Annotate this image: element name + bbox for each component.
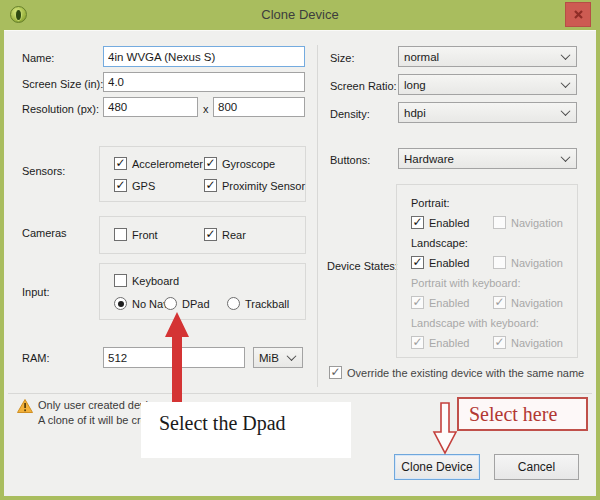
density-combo[interactable]: hdpi (398, 102, 577, 123)
override-label: Override the existing device with the sa… (347, 367, 584, 379)
density-value: hdpi (404, 107, 426, 119)
portrait-enabled-checkbox[interactable] (411, 216, 424, 229)
ram-label: RAM: (22, 352, 50, 364)
portrait-keyboard-title: Portrait with keyboard: (411, 277, 520, 289)
cameras-label: Cameras (22, 227, 67, 239)
dpad-label: DPad (182, 298, 210, 310)
cameras-groupbox: Front Rear (99, 216, 306, 254)
sensor-gyroscope[interactable]: Gyroscope (204, 157, 275, 170)
buttons-value: Hardware (404, 153, 454, 165)
chevron-down-icon (561, 106, 571, 116)
chevron-down-icon (561, 152, 571, 162)
device-states-label: Device States: (327, 260, 398, 272)
accelerometer-checkbox[interactable] (114, 157, 127, 170)
keyboard-option[interactable]: Keyboard (114, 274, 179, 287)
portrait-navigation-label: Navigation (511, 217, 563, 229)
override-option[interactable]: Override the existing device with the sa… (329, 366, 584, 379)
landscape-enabled[interactable]: Enabled (411, 256, 469, 269)
size-value: normal (404, 51, 439, 63)
portrait-enabled-label: Enabled (429, 217, 469, 229)
device-states-groupbox: Portrait: Enabled Navigation Landscape: … (396, 184, 578, 358)
proximity-sensor-checkbox[interactable] (204, 179, 217, 192)
close-button[interactable] (565, 2, 591, 27)
portrait-enabled[interactable]: Enabled (411, 216, 469, 229)
chevron-down-icon (561, 78, 571, 88)
landscape-enabled-label: Enabled (429, 257, 469, 269)
gps-label: GPS (132, 180, 155, 192)
screen-size-input[interactable] (103, 72, 305, 92)
camera-rear[interactable]: Rear (204, 228, 246, 241)
title-bar: Clone Device (0, 0, 600, 30)
sensors-label: Sensors: (22, 165, 65, 177)
ram-unit-combo[interactable]: MiB (253, 347, 303, 368)
override-checkbox[interactable] (329, 366, 342, 379)
screen-ratio-combo[interactable]: long (398, 74, 577, 95)
warning-icon (17, 399, 33, 415)
nonav-radio[interactable] (114, 297, 127, 310)
landscape-title: Landscape: (411, 237, 468, 249)
landscape-keyboard-enabled-checkbox (411, 336, 424, 349)
sensor-accelerometer[interactable]: Accelerometer (114, 157, 203, 170)
portrait-keyboard-navigation: Navigation (493, 296, 563, 309)
ram-unit-value: MiB (259, 352, 279, 364)
portrait-navigation-checkbox (493, 216, 506, 229)
rear-camera-checkbox[interactable] (204, 228, 217, 241)
screen-ratio-value: long (404, 79, 426, 91)
portrait-keyboard-navigation-checkbox (493, 296, 506, 309)
buttons-combo[interactable]: Hardware (398, 148, 577, 169)
dpad-radio[interactable] (164, 297, 177, 310)
close-icon (573, 9, 584, 20)
chevron-down-icon (287, 351, 297, 361)
input-label: Input: (22, 286, 50, 298)
landscape-navigation-label: Navigation (511, 257, 563, 269)
clone-device-button[interactable]: Clone Device (394, 454, 480, 480)
camera-front[interactable]: Front (114, 228, 158, 241)
window-title: Clone Device (0, 7, 600, 22)
rear-camera-label: Rear (222, 229, 246, 241)
portrait-navigation: Navigation (493, 216, 563, 229)
buttons-label: Buttons: (330, 154, 370, 166)
nonav-option[interactable]: No Nav (114, 297, 169, 310)
warning-text-line1: Only user created devic (38, 399, 154, 411)
footer-divider (8, 393, 592, 394)
resolution-separator: x (203, 103, 209, 115)
dpad-option[interactable]: DPad (164, 297, 210, 310)
chevron-down-icon (561, 50, 571, 60)
trackball-option[interactable]: Trackball (227, 297, 289, 310)
keyboard-label: Keyboard (132, 275, 179, 287)
select-here-callout: Select here (457, 397, 588, 431)
front-camera-checkbox[interactable] (114, 228, 127, 241)
name-input[interactable] (103, 46, 305, 67)
portrait-keyboard-enabled-checkbox (411, 296, 424, 309)
portrait-title: Portrait: (411, 197, 450, 209)
gps-checkbox[interactable] (114, 179, 127, 192)
keyboard-checkbox[interactable] (114, 274, 127, 287)
clone-device-arrow-icon (432, 402, 458, 457)
accelerometer-label: Accelerometer (132, 158, 203, 170)
select-dpad-callout: Select the Dpad (141, 402, 351, 458)
size-combo[interactable]: normal (398, 46, 577, 67)
portrait-keyboard-navigation-label: Navigation (511, 297, 563, 309)
sensor-proximity[interactable]: Proximity Sensor (204, 179, 305, 192)
warning-text-line2: A clone of it will be cre (38, 414, 147, 426)
landscape-keyboard-enabled: Enabled (411, 336, 469, 349)
cancel-button[interactable]: Cancel (494, 454, 579, 480)
select-here-text: Select here (469, 403, 557, 426)
landscape-navigation: Navigation (493, 256, 563, 269)
portrait-keyboard-enabled-label: Enabled (429, 297, 469, 309)
clone-device-window: Clone Device Name: Screen Size (in): Res… (0, 0, 600, 500)
column-divider (317, 45, 318, 387)
gyroscope-checkbox[interactable] (204, 157, 217, 170)
resolution-width-input[interactable] (103, 97, 198, 117)
trackball-radio[interactable] (227, 297, 240, 310)
sensor-gps[interactable]: GPS (114, 179, 155, 192)
front-camera-label: Front (132, 229, 158, 241)
screen-size-label: Screen Size (in): (22, 78, 103, 90)
size-label: Size: (330, 52, 354, 64)
landscape-enabled-checkbox[interactable] (411, 256, 424, 269)
resolution-label: Resolution (px): (22, 103, 99, 115)
density-label: Density: (330, 108, 370, 120)
resolution-height-input[interactable] (213, 97, 305, 117)
screen-ratio-label: Screen Ratio: (330, 80, 397, 92)
gyroscope-label: Gyroscope (222, 158, 275, 170)
